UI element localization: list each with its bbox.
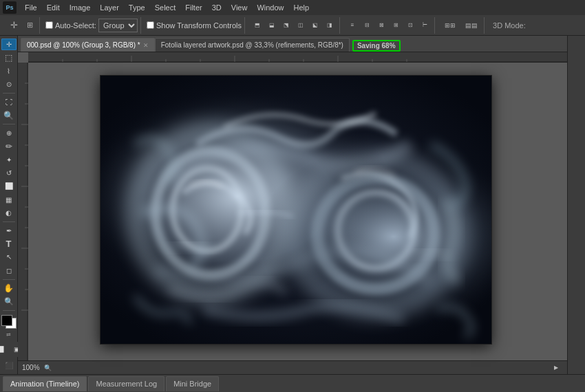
tool-eraser[interactable]: ⬜ xyxy=(1,180,17,192)
main-layout: ✛ ⬚ ⌇ ⊙ ⛶ 🔍 ⊕ ✏ ✦ ↺ ⬜ ▦ ◐ ✒ T ↖ ◻ ✋ 🔍 ⇄ … xyxy=(0,36,585,374)
tab-animation-label: Animation (Timeline) xyxy=(10,380,79,388)
dist-bottom-btn[interactable]: ⊠ xyxy=(374,19,388,32)
menu-type[interactable]: Type xyxy=(125,2,149,13)
ruler-vertical xyxy=(18,63,28,360)
3d-mode-label: 3D Mode: xyxy=(490,21,526,30)
menu-filter[interactable]: Filter xyxy=(181,2,206,13)
menu-file[interactable]: File xyxy=(21,2,41,13)
scroll-right-btn[interactable]: ▶ xyxy=(549,361,563,375)
bottom-panel: Animation (Timeline) Measurement Log Min… xyxy=(0,374,585,392)
saving-badge: Saving 68% xyxy=(352,40,401,52)
tool-separator-2 xyxy=(3,124,15,124)
menu-edit[interactable]: Edit xyxy=(43,2,64,13)
tool-move[interactable]: ✛ xyxy=(1,39,17,50)
dist-left-btn[interactable]: ⊞ xyxy=(389,19,403,32)
menu-image[interactable]: Image xyxy=(65,2,95,13)
menu-select[interactable]: Select xyxy=(151,2,180,13)
align-left-btn[interactable]: ◫ xyxy=(294,19,308,32)
color-swatches xyxy=(1,315,17,329)
tool-pathselect[interactable]: ↖ xyxy=(1,251,17,263)
tab-measurement[interactable]: Measurement Log xyxy=(88,376,164,391)
dist-right-btn[interactable]: ⊢ xyxy=(418,19,432,32)
tool-shape[interactable]: ◻ xyxy=(1,265,17,276)
tab-measurement-label: Measurement Log xyxy=(96,380,157,388)
status-bar: 100% 🔍 ▶ xyxy=(18,360,567,374)
align-vcenter-btn[interactable]: ⬓ xyxy=(265,19,279,32)
move-tool-btn[interactable]: ✛ xyxy=(7,19,21,32)
transform-checkbox[interactable] xyxy=(147,21,154,29)
foreground-color-swatch[interactable] xyxy=(1,315,12,326)
autoselect-checkbox[interactable] xyxy=(45,21,53,29)
tool-gradient[interactable]: ▦ xyxy=(1,193,17,205)
tab-animation[interactable]: Animation (Timeline) xyxy=(3,376,87,391)
canvas-image xyxy=(100,76,491,344)
tool-zoom[interactable]: 🔍 xyxy=(1,296,17,307)
tab-minibridge[interactable]: Mini Bridge xyxy=(166,376,219,391)
menu-view[interactable]: View xyxy=(227,2,252,13)
tool-clone[interactable]: ✦ xyxy=(1,154,17,166)
tool-quickselect[interactable]: ⊙ xyxy=(1,78,17,90)
zoom-percentage: 100% xyxy=(22,364,40,371)
tool-marquee[interactable]: ⬚ xyxy=(1,52,17,63)
tab-fotolia-title: Fotolia layered artwork.psd @ 33,3% (ref… xyxy=(161,41,343,49)
zoom-controls-icon[interactable]: 🔍 xyxy=(43,362,54,373)
menu-window[interactable]: Window xyxy=(253,2,288,13)
document-tab-bar: 000.psd @ 100% (Group 3, RGB/8) * ✕ Foto… xyxy=(18,36,567,52)
dist-hcenter-btn[interactable]: ⊡ xyxy=(403,19,417,32)
tool-separator-5 xyxy=(3,310,15,311)
tool-separator-1 xyxy=(3,93,15,94)
tool-dodge[interactable]: ◐ xyxy=(1,207,17,219)
menu-help[interactable]: Help xyxy=(290,2,314,13)
artboard-tool-btn[interactable]: ⊞ xyxy=(23,19,36,32)
align-group: ⬒ ⬓ ⬔ ◫ ⬕ ◨ xyxy=(248,17,340,34)
content-area: 000.psd @ 100% (Group 3, RGB/8) * ✕ Foto… xyxy=(18,36,567,374)
ruler-horizontal xyxy=(28,52,567,63)
tab-000psd-close[interactable]: ✕ xyxy=(143,42,149,49)
align-top-btn[interactable]: ⬒ xyxy=(251,19,264,32)
dist-top-btn[interactable]: ≡ xyxy=(345,19,359,32)
svg-rect-0 xyxy=(28,52,567,63)
canvas-area xyxy=(18,52,567,360)
photoshop-logo: Ps xyxy=(3,1,17,14)
options-bar: ✛ ⊞ Auto-Select: Group Layer Show Transf… xyxy=(0,15,585,36)
right-panel xyxy=(567,36,585,374)
tool-lasso[interactable]: ⌇ xyxy=(1,65,17,77)
tab-000psd[interactable]: 000.psd @ 100% (Group 3, RGB/8) * ✕ xyxy=(21,38,155,52)
autoselect-group: Auto-Select: Group Layer xyxy=(43,17,141,34)
move-tool-group: ✛ ⊞ xyxy=(4,17,40,34)
svg-rect-35 xyxy=(100,76,491,344)
align-hcenter-btn[interactable]: ⬕ xyxy=(308,19,322,32)
screen-mode-btn[interactable]: ⬛ xyxy=(1,360,17,371)
align-bottom-btn[interactable]: ⬔ xyxy=(279,19,293,32)
transform-checkbox-label[interactable]: Show Transform Controls xyxy=(147,21,242,30)
align-right-btn[interactable]: ◨ xyxy=(323,19,337,32)
arrangement-group: ⊞⊞ ▤▤ xyxy=(438,17,485,34)
tool-text[interactable]: T xyxy=(1,238,17,250)
autoselect-checkbox-label[interactable]: Auto-Select: xyxy=(45,21,96,30)
tool-separator-3 xyxy=(3,221,15,222)
auto-align-btn[interactable]: ⊞⊞ xyxy=(440,19,460,32)
autoselect-select[interactable]: Group Layer xyxy=(98,19,138,32)
tab-minibridge-label: Mini Bridge xyxy=(173,380,211,388)
tool-hand[interactable]: ✋ xyxy=(1,283,17,294)
transform-group: Show Transform Controls xyxy=(144,17,245,34)
document-canvas[interactable] xyxy=(100,76,491,344)
menu-3d[interactable]: 3D xyxy=(208,2,226,13)
tool-healing[interactable]: ⊕ xyxy=(1,127,17,139)
menu-layer[interactable]: Layer xyxy=(96,2,123,13)
tab-000psd-title: 000.psd @ 100% (Group 3, RGB/8) * xyxy=(27,41,140,49)
edit-standard-mode[interactable]: ⬜ xyxy=(0,342,8,357)
tool-eyedropper[interactable]: 🔍 xyxy=(1,109,17,121)
transform-label: Show Transform Controls xyxy=(156,21,242,30)
swap-colors-icon[interactable]: ⇄ xyxy=(6,331,11,338)
tool-pen[interactable]: ✒ xyxy=(1,225,17,237)
tool-separator-4 xyxy=(3,279,15,280)
tools-panel: ✛ ⬚ ⌇ ⊙ ⛶ 🔍 ⊕ ✏ ✦ ↺ ⬜ ▦ ◐ ✒ T ↖ ◻ ✋ 🔍 ⇄ … xyxy=(0,36,18,374)
distribute-group: ≡ ⊟ ⊠ ⊞ ⊡ ⊢ xyxy=(343,17,435,34)
tab-fotolia[interactable]: Fotolia layered artwork.psd @ 33,3% (ref… xyxy=(155,38,350,52)
tool-brush[interactable]: ✏ xyxy=(1,140,17,152)
auto-blend-btn[interactable]: ▤▤ xyxy=(462,19,481,32)
tool-history[interactable]: ↺ xyxy=(1,167,17,179)
dist-vcenter-btn[interactable]: ⊟ xyxy=(360,19,374,32)
tool-crop[interactable]: ⛶ xyxy=(1,96,17,108)
